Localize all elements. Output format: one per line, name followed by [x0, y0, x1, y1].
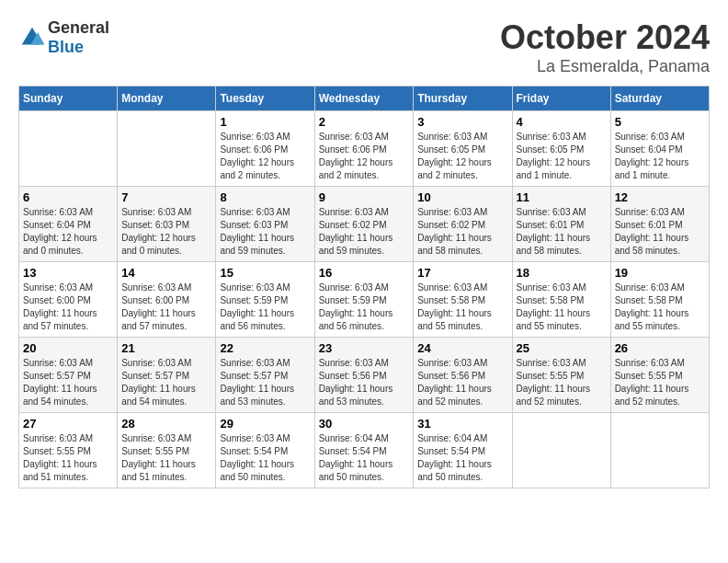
day-info: Sunrise: 6:03 AM Sunset: 5:58 PM Dayligh… — [517, 282, 607, 333]
day-number: 24 — [417, 341, 507, 355]
day-number: 21 — [121, 341, 211, 355]
day-info: Sunrise: 6:04 AM Sunset: 5:54 PM Dayligh… — [319, 432, 410, 484]
day-info: Sunrise: 6:03 AM Sunset: 6:00 PM Dayligh… — [121, 282, 211, 333]
day-number: 19 — [615, 266, 705, 280]
calendar-cell: 6Sunrise: 6:03 AM Sunset: 6:04 PM Daylig… — [19, 187, 118, 262]
weekday-header-sunday: Sunday — [19, 86, 118, 111]
day-info: Sunrise: 6:03 AM Sunset: 5:55 PM Dayligh… — [615, 357, 705, 408]
day-info: Sunrise: 6:03 AM Sunset: 5:55 PM Dayligh… — [517, 357, 607, 408]
logo: General Blue — [18, 18, 109, 57]
calendar-cell: 2Sunrise: 6:03 AM Sunset: 6:06 PM Daylig… — [314, 111, 414, 187]
calendar-cell — [118, 111, 216, 187]
day-info: Sunrise: 6:03 AM Sunset: 6:03 PM Dayligh… — [220, 206, 310, 258]
day-info: Sunrise: 6:03 AM Sunset: 6:03 PM Dayligh… — [121, 206, 211, 258]
day-number: 7 — [121, 190, 211, 204]
location-title: La Esmeralda, Panama — [500, 57, 710, 76]
day-number: 17 — [417, 266, 507, 280]
day-number: 20 — [23, 341, 113, 355]
calendar-cell: 8Sunrise: 6:03 AM Sunset: 6:03 PM Daylig… — [216, 187, 314, 262]
day-info: Sunrise: 6:03 AM Sunset: 6:06 PM Dayligh… — [220, 131, 310, 182]
logo-general-text: General — [48, 18, 109, 37]
calendar-cell: 17Sunrise: 6:03 AM Sunset: 5:58 PM Dayli… — [414, 262, 512, 338]
day-info: Sunrise: 6:03 AM Sunset: 5:55 PM Dayligh… — [23, 432, 113, 484]
day-number: 8 — [220, 190, 310, 204]
day-number: 30 — [319, 417, 410, 431]
day-number: 1 — [220, 115, 310, 129]
calendar-cell: 18Sunrise: 6:03 AM Sunset: 5:58 PM Dayli… — [512, 262, 610, 338]
day-number: 26 — [615, 341, 705, 355]
calendar-week-row: 1Sunrise: 6:03 AM Sunset: 6:06 PM Daylig… — [19, 111, 710, 187]
day-info: Sunrise: 6:03 AM Sunset: 6:02 PM Dayligh… — [417, 206, 507, 258]
day-info: Sunrise: 6:03 AM Sunset: 6:04 PM Dayligh… — [23, 206, 113, 258]
weekday-header-saturday: Saturday — [610, 86, 709, 111]
calendar-cell: 7Sunrise: 6:03 AM Sunset: 6:03 PM Daylig… — [118, 187, 216, 262]
weekday-header-row: SundayMondayTuesdayWednesdayThursdayFrid… — [19, 86, 710, 111]
title-area: October 2024 La Esmeralda, Panama — [500, 18, 710, 76]
page-header: General Blue October 2024 La Esmeralda, … — [18, 18, 710, 76]
day-number: 10 — [417, 190, 507, 204]
calendar-cell — [19, 111, 118, 187]
calendar-cell: 19Sunrise: 6:03 AM Sunset: 5:58 PM Dayli… — [610, 262, 709, 338]
day-number: 25 — [517, 341, 607, 355]
day-number: 31 — [417, 417, 507, 431]
day-number: 29 — [220, 417, 310, 431]
day-number: 11 — [517, 190, 607, 204]
calendar-cell: 30Sunrise: 6:04 AM Sunset: 5:54 PM Dayli… — [314, 413, 414, 488]
day-number: 28 — [121, 417, 211, 431]
day-number: 5 — [615, 115, 705, 129]
calendar-cell: 24Sunrise: 6:03 AM Sunset: 5:56 PM Dayli… — [414, 338, 512, 413]
day-info: Sunrise: 6:03 AM Sunset: 5:57 PM Dayligh… — [23, 357, 113, 408]
day-number: 12 — [615, 190, 705, 204]
day-info: Sunrise: 6:03 AM Sunset: 5:56 PM Dayligh… — [319, 357, 410, 408]
calendar-cell — [512, 413, 610, 488]
month-title: October 2024 — [500, 18, 710, 57]
calendar-cell: 25Sunrise: 6:03 AM Sunset: 5:55 PM Dayli… — [512, 338, 610, 413]
day-number: 13 — [23, 266, 113, 280]
day-number: 16 — [319, 266, 410, 280]
day-info: Sunrise: 6:03 AM Sunset: 5:59 PM Dayligh… — [220, 282, 310, 333]
calendar-week-row: 27Sunrise: 6:03 AM Sunset: 5:55 PM Dayli… — [19, 413, 710, 488]
calendar-cell: 23Sunrise: 6:03 AM Sunset: 5:56 PM Dayli… — [314, 338, 414, 413]
weekday-header-wednesday: Wednesday — [314, 86, 414, 111]
calendar-cell: 14Sunrise: 6:03 AM Sunset: 6:00 PM Dayli… — [118, 262, 216, 338]
calendar-cell: 9Sunrise: 6:03 AM Sunset: 6:02 PM Daylig… — [314, 187, 414, 262]
day-info: Sunrise: 6:03 AM Sunset: 5:55 PM Dayligh… — [121, 432, 211, 484]
calendar-cell: 10Sunrise: 6:03 AM Sunset: 6:02 PM Dayli… — [414, 187, 512, 262]
day-info: Sunrise: 6:03 AM Sunset: 5:57 PM Dayligh… — [220, 357, 310, 408]
day-info: Sunrise: 6:03 AM Sunset: 5:54 PM Dayligh… — [220, 432, 310, 484]
day-number: 22 — [220, 341, 310, 355]
weekday-header-friday: Friday — [512, 86, 610, 111]
day-info: Sunrise: 6:03 AM Sunset: 6:01 PM Dayligh… — [615, 206, 705, 258]
calendar-cell: 1Sunrise: 6:03 AM Sunset: 6:06 PM Daylig… — [216, 111, 314, 187]
calendar-cell: 4Sunrise: 6:03 AM Sunset: 6:05 PM Daylig… — [512, 111, 610, 187]
day-info: Sunrise: 6:04 AM Sunset: 5:54 PM Dayligh… — [417, 432, 507, 484]
day-number: 23 — [319, 341, 410, 355]
day-info: Sunrise: 6:03 AM Sunset: 6:01 PM Dayligh… — [517, 206, 607, 258]
day-number: 15 — [220, 266, 310, 280]
calendar-cell: 16Sunrise: 6:03 AM Sunset: 5:59 PM Dayli… — [314, 262, 414, 338]
day-number: 9 — [319, 190, 410, 204]
weekday-header-monday: Monday — [118, 86, 216, 111]
day-info: Sunrise: 6:03 AM Sunset: 5:58 PM Dayligh… — [615, 282, 705, 333]
calendar-cell: 15Sunrise: 6:03 AM Sunset: 5:59 PM Dayli… — [216, 262, 314, 338]
calendar-week-row: 13Sunrise: 6:03 AM Sunset: 6:00 PM Dayli… — [19, 262, 710, 338]
calendar-cell: 12Sunrise: 6:03 AM Sunset: 6:01 PM Dayli… — [610, 187, 709, 262]
weekday-header-tuesday: Tuesday — [216, 86, 314, 111]
day-info: Sunrise: 6:03 AM Sunset: 6:05 PM Dayligh… — [517, 131, 607, 182]
calendar-cell: 11Sunrise: 6:03 AM Sunset: 6:01 PM Dayli… — [512, 187, 610, 262]
calendar-cell: 5Sunrise: 6:03 AM Sunset: 6:04 PM Daylig… — [610, 111, 709, 187]
day-info: Sunrise: 6:03 AM Sunset: 5:58 PM Dayligh… — [417, 282, 507, 333]
day-info: Sunrise: 6:03 AM Sunset: 6:00 PM Dayligh… — [23, 282, 113, 333]
day-number: 4 — [517, 115, 607, 129]
day-number: 27 — [23, 417, 113, 431]
calendar-week-row: 6Sunrise: 6:03 AM Sunset: 6:04 PM Daylig… — [19, 187, 710, 262]
calendar-cell: 13Sunrise: 6:03 AM Sunset: 6:00 PM Dayli… — [19, 262, 118, 338]
day-info: Sunrise: 6:03 AM Sunset: 5:59 PM Dayligh… — [319, 282, 410, 333]
calendar-cell: 28Sunrise: 6:03 AM Sunset: 5:55 PM Dayli… — [118, 413, 216, 488]
calendar-cell: 31Sunrise: 6:04 AM Sunset: 5:54 PM Dayli… — [414, 413, 512, 488]
calendar-week-row: 20Sunrise: 6:03 AM Sunset: 5:57 PM Dayli… — [19, 338, 710, 413]
day-info: Sunrise: 6:03 AM Sunset: 6:02 PM Dayligh… — [319, 206, 410, 258]
logo-blue-text: Blue — [48, 38, 84, 56]
day-info: Sunrise: 6:03 AM Sunset: 6:05 PM Dayligh… — [417, 131, 507, 182]
day-info: Sunrise: 6:03 AM Sunset: 5:56 PM Dayligh… — [417, 357, 507, 408]
